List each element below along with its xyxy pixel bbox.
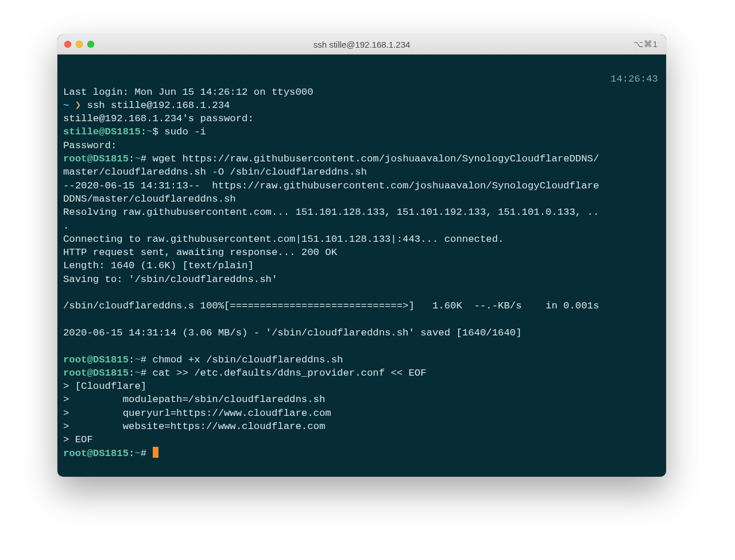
cmd-wget-1: wget https://raw.githubusercontent.com/j… xyxy=(146,153,599,164)
dollar: $ xyxy=(153,126,158,137)
wget-saved: 2020-06-15 14:31:14 (3.06 MB/s) - '/sbin… xyxy=(63,327,522,338)
blank xyxy=(63,314,69,325)
minimize-icon[interactable] xyxy=(76,41,83,48)
traffic-lights xyxy=(64,41,94,48)
prompt-root-userhost: root@DS1815 xyxy=(63,153,129,164)
zoom-icon[interactable] xyxy=(87,41,94,48)
wget-resolving-cont: . xyxy=(63,221,69,231)
cmd-wget-2: master/cloudflareddns.sh -O /sbin/cloudf… xyxy=(63,167,367,177)
blank xyxy=(63,341,69,352)
hash: # xyxy=(141,354,146,365)
prompt-root-path: ~ xyxy=(134,354,140,365)
password-prompt-1: stille@192.168.1.234's password: xyxy=(63,113,254,124)
prompt-root-userhost: root@DS1815 xyxy=(63,368,129,379)
blank xyxy=(63,287,69,298)
prompt-root-path: ~ xyxy=(134,153,140,164)
window-title: ssh stille@192.168.1.234 xyxy=(57,40,666,49)
prompt-root-path: ~ xyxy=(134,448,140,459)
prompt-local-arrow-icon: ❯ xyxy=(75,100,81,111)
wget-saving: Saving to: '/sbin/cloudflareddns.sh' xyxy=(63,274,277,285)
colon: : xyxy=(129,368,134,379)
colon: : xyxy=(129,354,134,365)
window-shortcut: ⌥⌘1 xyxy=(633,39,658,49)
password-prompt-2: Password: xyxy=(63,140,117,151)
prompt-root-userhost: root@DS1815 xyxy=(63,448,129,459)
timestamp: 14:26:43 xyxy=(610,72,658,86)
cursor-icon xyxy=(153,447,158,458)
colon: : xyxy=(129,448,134,459)
hash: # xyxy=(141,153,146,164)
wget-connecting: Connecting to raw.githubusercontent.com|… xyxy=(63,234,504,245)
wget-out-1: --2020-06-15 14:31:13-- https://raw.gith… xyxy=(63,180,599,191)
heredoc-line: > [Cloudflare] xyxy=(63,381,146,392)
colon: : xyxy=(141,126,146,137)
wget-out-2: DDNS/master/cloudflareddns.sh xyxy=(63,194,236,204)
cmd-sudo: sudo -i xyxy=(158,126,206,137)
close-icon[interactable] xyxy=(64,41,71,48)
prompt-root-userhost: root@DS1815 xyxy=(63,354,129,365)
prompt-stille-userhost: stille@DS1815 xyxy=(63,126,141,137)
wget-progress: /sbin/cloudflareddns.s 100%[============… xyxy=(63,300,599,311)
hash: # xyxy=(141,448,146,459)
cmd-chmod: chmod +x /sbin/cloudflareddns.sh xyxy=(146,354,343,365)
heredoc-line: > EOF xyxy=(63,434,93,445)
titlebar: ssh stille@192.168.1.234 ⌥⌘1 xyxy=(57,34,666,55)
terminal-window: ssh stille@192.168.1.234 ⌥⌘1 14:26:43 La… xyxy=(57,34,666,477)
heredoc-line: > queryurl=https://www.cloudflare.com xyxy=(63,408,331,419)
wget-http: HTTP request sent, awaiting response... … xyxy=(63,247,337,258)
prompt-local-path: ~ xyxy=(63,100,75,111)
last-login: Last login: Mon Jun 15 14:26:12 on ttys0… xyxy=(63,87,314,98)
prompt-root-path: ~ xyxy=(134,368,140,379)
hash: # xyxy=(141,368,146,379)
colon: : xyxy=(129,153,134,164)
cmd-cat-heredoc: cat >> /etc.defaults/ddns_provider.conf … xyxy=(146,368,426,379)
wget-length: Length: 1640 (1.6K) [text/plain] xyxy=(63,260,254,271)
prompt-stille-path: ~ xyxy=(146,126,152,137)
heredoc-line: > modulepath=/sbin/cloudflareddns.sh xyxy=(63,394,325,405)
heredoc-line: > website=https://www.cloudflare.com xyxy=(63,421,325,432)
terminal-body[interactable]: 14:26:43 Last login: Mon Jun 15 14:26:12… xyxy=(57,55,666,477)
cmd-ssh: ssh stille@192.168.1.234 xyxy=(81,100,230,111)
wget-resolving: Resolving raw.githubusercontent.com... 1… xyxy=(63,207,599,218)
